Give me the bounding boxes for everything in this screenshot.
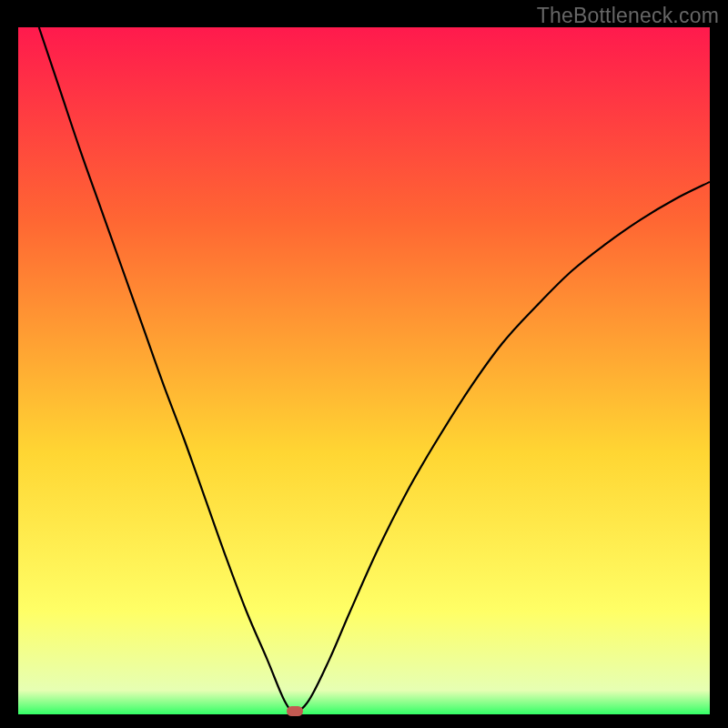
- chart-frame: [18, 27, 710, 714]
- watermark-text: TheBottleneck.com: [537, 4, 719, 28]
- gradient-background: [18, 27, 710, 714]
- bottleneck-chart: [18, 27, 710, 714]
- minimum-marker: [287, 706, 303, 716]
